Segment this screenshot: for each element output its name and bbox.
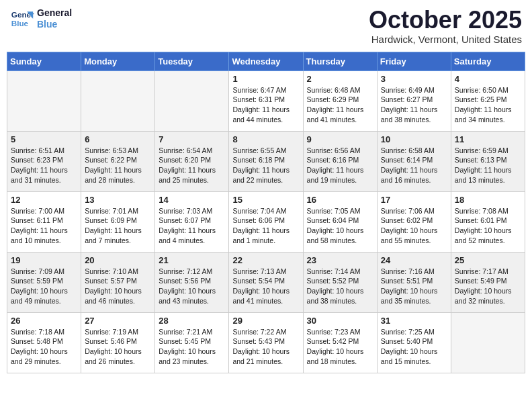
calendar-cell: 7Sunrise: 6:54 AMSunset: 6:20 PMDaylight… (155, 131, 229, 191)
calendar-cell: 17Sunrise: 7:06 AMSunset: 6:02 PMDayligh… (377, 191, 451, 252)
day-number: 19 (11, 255, 77, 265)
day-number: 10 (381, 134, 447, 144)
calendar-cell (7, 71, 81, 131)
calendar-week-row: 5Sunrise: 6:51 AMSunset: 6:23 PMDaylight… (7, 131, 525, 191)
day-info: Sunrise: 7:14 AMSunset: 5:52 PMDaylight:… (307, 267, 373, 306)
calendar-cell: 29Sunrise: 7:22 AMSunset: 5:43 PMDayligh… (229, 312, 303, 373)
day-info: Sunrise: 7:03 AMSunset: 6:07 PMDaylight:… (159, 206, 225, 246)
calendar-cell: 16Sunrise: 7:05 AMSunset: 6:04 PMDayligh… (303, 191, 377, 252)
calendar-cell: 8Sunrise: 6:55 AMSunset: 6:18 PMDaylight… (229, 131, 303, 191)
day-number: 9 (307, 134, 373, 144)
day-info: Sunrise: 7:23 AMSunset: 5:42 PMDaylight:… (307, 327, 373, 367)
day-info: Sunrise: 6:54 AMSunset: 6:20 PMDaylight:… (159, 146, 225, 185)
calendar-cell: 6Sunrise: 6:53 AMSunset: 6:22 PMDaylight… (81, 131, 155, 191)
page-header: General Blue General Blue October 2025 H… (7, 7, 525, 45)
day-info: Sunrise: 6:55 AMSunset: 6:18 PMDaylight:… (232, 146, 299, 185)
calendar-cell: 25Sunrise: 7:17 AMSunset: 5:49 PMDayligh… (451, 252, 525, 312)
calendar-cell: 26Sunrise: 7:18 AMSunset: 5:48 PMDayligh… (7, 312, 81, 373)
month-title: October 2025 (369, 7, 522, 34)
calendar-cell: 24Sunrise: 7:16 AMSunset: 5:51 PMDayligh… (377, 252, 451, 312)
day-number: 4 (455, 74, 521, 84)
calendar-cell (81, 71, 155, 131)
day-info: Sunrise: 6:50 AMSunset: 6:25 PMDaylight:… (455, 85, 521, 125)
calendar-header-row: SundayMondayTuesdayWednesdayThursdayFrid… (7, 52, 525, 71)
column-header-friday: Friday (377, 52, 451, 71)
svg-text:Blue: Blue (11, 19, 29, 28)
column-header-tuesday: Tuesday (155, 52, 229, 71)
logo-text-blue: Blue (37, 19, 72, 30)
calendar-cell: 10Sunrise: 6:58 AMSunset: 6:14 PMDayligh… (377, 131, 451, 191)
column-header-thursday: Thursday (303, 52, 377, 71)
day-number: 17 (381, 195, 447, 205)
day-number: 5 (11, 134, 77, 144)
day-info: Sunrise: 7:06 AMSunset: 6:02 PMDaylight:… (381, 206, 447, 246)
day-number: 13 (85, 195, 151, 205)
day-number: 28 (159, 316, 225, 326)
day-number: 2 (307, 74, 373, 84)
day-info: Sunrise: 7:09 AMSunset: 5:59 PMDaylight:… (11, 267, 77, 306)
day-info: Sunrise: 6:51 AMSunset: 6:23 PMDaylight:… (11, 146, 77, 185)
day-number: 31 (381, 316, 447, 326)
day-number: 20 (85, 255, 151, 265)
calendar-cell: 14Sunrise: 7:03 AMSunset: 6:07 PMDayligh… (155, 191, 229, 252)
day-number: 3 (381, 74, 447, 84)
day-number: 14 (159, 195, 225, 205)
day-number: 12 (11, 195, 77, 205)
day-number: 27 (85, 316, 151, 326)
logo-text-general: General (37, 7, 72, 19)
calendar-cell (155, 71, 229, 131)
location-subtitle: Hardwick, Vermont, United States (369, 34, 522, 45)
day-info: Sunrise: 7:21 AMSunset: 5:45 PMDaylight:… (159, 327, 225, 367)
day-number: 16 (307, 195, 373, 205)
calendar-cell: 15Sunrise: 7:04 AMSunset: 6:06 PMDayligh… (229, 191, 303, 252)
calendar-cell: 31Sunrise: 7:25 AMSunset: 5:40 PMDayligh… (377, 312, 451, 373)
day-number: 1 (232, 74, 299, 84)
day-info: Sunrise: 7:10 AMSunset: 5:57 PMDaylight:… (85, 267, 151, 306)
day-number: 23 (307, 255, 373, 265)
calendar-cell: 1Sunrise: 6:47 AMSunset: 6:31 PMDaylight… (229, 71, 303, 131)
day-info: Sunrise: 6:59 AMSunset: 6:13 PMDaylight:… (455, 146, 521, 185)
calendar-cell: 27Sunrise: 7:19 AMSunset: 5:46 PMDayligh… (81, 312, 155, 373)
day-info: Sunrise: 6:49 AMSunset: 6:27 PMDaylight:… (381, 85, 447, 125)
calendar-cell: 4Sunrise: 6:50 AMSunset: 6:25 PMDaylight… (451, 71, 525, 131)
day-number: 18 (455, 195, 521, 205)
day-info: Sunrise: 7:13 AMSunset: 5:54 PMDaylight:… (232, 267, 299, 306)
day-info: Sunrise: 6:53 AMSunset: 6:22 PMDaylight:… (85, 146, 151, 185)
calendar-cell (451, 312, 525, 373)
day-info: Sunrise: 6:47 AMSunset: 6:31 PMDaylight:… (232, 85, 299, 125)
column-header-wednesday: Wednesday (229, 52, 303, 71)
day-number: 26 (11, 316, 77, 326)
day-number: 15 (232, 195, 299, 205)
day-info: Sunrise: 7:08 AMSunset: 6:01 PMDaylight:… (455, 206, 521, 246)
day-info: Sunrise: 7:22 AMSunset: 5:43 PMDaylight:… (232, 327, 299, 367)
day-number: 24 (381, 255, 447, 265)
calendar-cell: 12Sunrise: 7:00 AMSunset: 6:11 PMDayligh… (7, 191, 81, 252)
day-info: Sunrise: 6:56 AMSunset: 6:16 PMDaylight:… (307, 146, 373, 185)
day-info: Sunrise: 7:05 AMSunset: 6:04 PMDaylight:… (307, 206, 373, 246)
calendar-week-row: 1Sunrise: 6:47 AMSunset: 6:31 PMDaylight… (7, 71, 525, 131)
column-header-sunday: Sunday (7, 52, 81, 71)
day-number: 25 (455, 255, 521, 265)
calendar-cell: 18Sunrise: 7:08 AMSunset: 6:01 PMDayligh… (451, 191, 525, 252)
calendar-table: SundayMondayTuesdayWednesdayThursdayFrid… (7, 52, 525, 373)
day-number: 11 (455, 134, 521, 144)
day-info: Sunrise: 7:19 AMSunset: 5:46 PMDaylight:… (85, 327, 151, 367)
day-number: 29 (232, 316, 299, 326)
day-number: 6 (85, 134, 151, 144)
day-info: Sunrise: 7:04 AMSunset: 6:06 PMDaylight:… (232, 206, 299, 246)
day-number: 21 (159, 255, 225, 265)
calendar-cell: 19Sunrise: 7:09 AMSunset: 5:59 PMDayligh… (7, 252, 81, 312)
calendar-cell: 13Sunrise: 7:01 AMSunset: 6:09 PMDayligh… (81, 191, 155, 252)
calendar-week-row: 26Sunrise: 7:18 AMSunset: 5:48 PMDayligh… (7, 312, 525, 373)
day-info: Sunrise: 7:12 AMSunset: 5:56 PMDaylight:… (159, 267, 225, 306)
column-header-monday: Monday (81, 52, 155, 71)
day-number: 22 (232, 255, 299, 265)
calendar-cell: 11Sunrise: 6:59 AMSunset: 6:13 PMDayligh… (451, 131, 525, 191)
day-info: Sunrise: 7:16 AMSunset: 5:51 PMDaylight:… (381, 267, 447, 306)
day-info: Sunrise: 6:48 AMSunset: 6:29 PMDaylight:… (307, 85, 373, 125)
calendar-cell: 3Sunrise: 6:49 AMSunset: 6:27 PMDaylight… (377, 71, 451, 131)
calendar-cell: 5Sunrise: 6:51 AMSunset: 6:23 PMDaylight… (7, 131, 81, 191)
calendar-cell: 22Sunrise: 7:13 AMSunset: 5:54 PMDayligh… (229, 252, 303, 312)
calendar-cell: 30Sunrise: 7:23 AMSunset: 5:42 PMDayligh… (303, 312, 377, 373)
day-info: Sunrise: 7:25 AMSunset: 5:40 PMDaylight:… (381, 327, 447, 367)
